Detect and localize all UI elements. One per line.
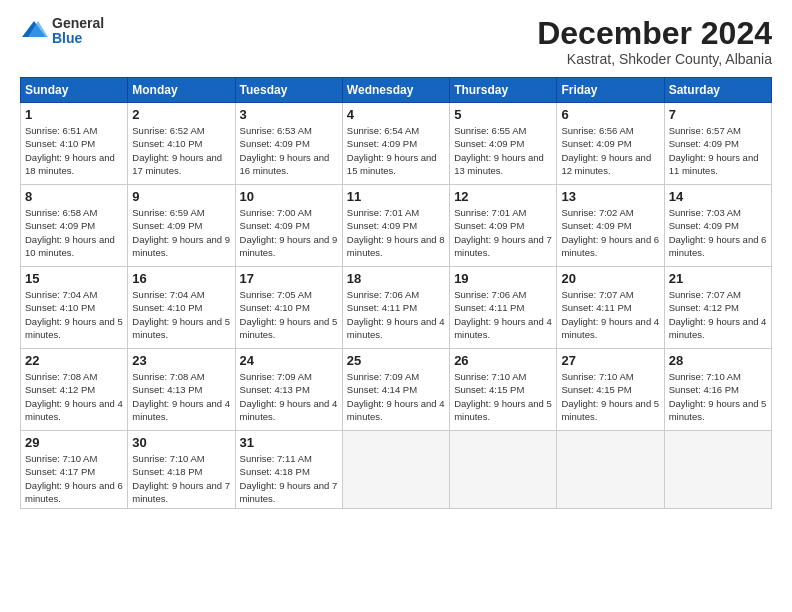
calendar-cell: 9Sunrise: 6:59 AM Sunset: 4:09 PM Daylig…	[128, 185, 235, 267]
day-number: 23	[132, 353, 230, 368]
day-number: 30	[132, 435, 230, 450]
calendar-cell: 5Sunrise: 6:55 AM Sunset: 4:09 PM Daylig…	[450, 103, 557, 185]
calendar-cell: 10Sunrise: 7:00 AM Sunset: 4:09 PM Dayli…	[235, 185, 342, 267]
cell-info: Sunrise: 7:10 AM Sunset: 4:18 PM Dayligh…	[132, 452, 230, 505]
calendar-cell: 22Sunrise: 7:08 AM Sunset: 4:12 PM Dayli…	[21, 349, 128, 431]
calendar-cell: 7Sunrise: 6:57 AM Sunset: 4:09 PM Daylig…	[664, 103, 771, 185]
logo-general: General	[52, 16, 104, 31]
calendar-cell: 2Sunrise: 6:52 AM Sunset: 4:10 PM Daylig…	[128, 103, 235, 185]
header-day: Wednesday	[342, 78, 449, 103]
logo-blue: Blue	[52, 31, 104, 46]
cell-info: Sunrise: 7:01 AM Sunset: 4:09 PM Dayligh…	[454, 206, 552, 259]
calendar-cell: 20Sunrise: 7:07 AM Sunset: 4:11 PM Dayli…	[557, 267, 664, 349]
header-day: Sunday	[21, 78, 128, 103]
day-number: 9	[132, 189, 230, 204]
calendar-cell: 4Sunrise: 6:54 AM Sunset: 4:09 PM Daylig…	[342, 103, 449, 185]
cell-info: Sunrise: 7:10 AM Sunset: 4:17 PM Dayligh…	[25, 452, 123, 505]
day-number: 6	[561, 107, 659, 122]
cell-info: Sunrise: 7:07 AM Sunset: 4:11 PM Dayligh…	[561, 288, 659, 341]
logo-text: General Blue	[52, 16, 104, 47]
cell-info: Sunrise: 6:56 AM Sunset: 4:09 PM Dayligh…	[561, 124, 659, 177]
cell-info: Sunrise: 7:09 AM Sunset: 4:13 PM Dayligh…	[240, 370, 338, 423]
calendar-cell: 16Sunrise: 7:04 AM Sunset: 4:10 PM Dayli…	[128, 267, 235, 349]
subtitle: Kastrat, Shkoder County, Albania	[537, 51, 772, 67]
day-number: 25	[347, 353, 445, 368]
calendar-cell: 12Sunrise: 7:01 AM Sunset: 4:09 PM Dayli…	[450, 185, 557, 267]
calendar-cell: 11Sunrise: 7:01 AM Sunset: 4:09 PM Dayli…	[342, 185, 449, 267]
day-number: 21	[669, 271, 767, 286]
day-number: 2	[132, 107, 230, 122]
header: General Blue December 2024 Kastrat, Shko…	[20, 16, 772, 67]
day-number: 13	[561, 189, 659, 204]
logo: General Blue	[20, 16, 104, 47]
cell-info: Sunrise: 7:01 AM Sunset: 4:09 PM Dayligh…	[347, 206, 445, 259]
cell-info: Sunrise: 7:09 AM Sunset: 4:14 PM Dayligh…	[347, 370, 445, 423]
calendar-week: 29Sunrise: 7:10 AM Sunset: 4:17 PM Dayli…	[21, 431, 772, 509]
day-number: 22	[25, 353, 123, 368]
cell-info: Sunrise: 7:10 AM Sunset: 4:15 PM Dayligh…	[561, 370, 659, 423]
calendar-cell: 28Sunrise: 7:10 AM Sunset: 4:16 PM Dayli…	[664, 349, 771, 431]
calendar-cell: 15Sunrise: 7:04 AM Sunset: 4:10 PM Dayli…	[21, 267, 128, 349]
cell-info: Sunrise: 7:10 AM Sunset: 4:15 PM Dayligh…	[454, 370, 552, 423]
day-number: 18	[347, 271, 445, 286]
calendar-cell	[557, 431, 664, 509]
day-number: 27	[561, 353, 659, 368]
cell-info: Sunrise: 7:07 AM Sunset: 4:12 PM Dayligh…	[669, 288, 767, 341]
cell-info: Sunrise: 6:55 AM Sunset: 4:09 PM Dayligh…	[454, 124, 552, 177]
cell-info: Sunrise: 6:59 AM Sunset: 4:09 PM Dayligh…	[132, 206, 230, 259]
calendar-cell: 26Sunrise: 7:10 AM Sunset: 4:15 PM Dayli…	[450, 349, 557, 431]
header-day: Thursday	[450, 78, 557, 103]
calendar-cell: 21Sunrise: 7:07 AM Sunset: 4:12 PM Dayli…	[664, 267, 771, 349]
calendar-cell: 13Sunrise: 7:02 AM Sunset: 4:09 PM Dayli…	[557, 185, 664, 267]
main-title: December 2024	[537, 16, 772, 51]
calendar-week: 1Sunrise: 6:51 AM Sunset: 4:10 PM Daylig…	[21, 103, 772, 185]
header-day: Saturday	[664, 78, 771, 103]
day-number: 17	[240, 271, 338, 286]
cell-info: Sunrise: 7:04 AM Sunset: 4:10 PM Dayligh…	[25, 288, 123, 341]
calendar-body: 1Sunrise: 6:51 AM Sunset: 4:10 PM Daylig…	[21, 103, 772, 509]
day-number: 1	[25, 107, 123, 122]
cell-info: Sunrise: 7:08 AM Sunset: 4:13 PM Dayligh…	[132, 370, 230, 423]
calendar-cell: 3Sunrise: 6:53 AM Sunset: 4:09 PM Daylig…	[235, 103, 342, 185]
cell-info: Sunrise: 7:08 AM Sunset: 4:12 PM Dayligh…	[25, 370, 123, 423]
title-block: December 2024 Kastrat, Shkoder County, A…	[537, 16, 772, 67]
day-number: 5	[454, 107, 552, 122]
cell-info: Sunrise: 7:04 AM Sunset: 4:10 PM Dayligh…	[132, 288, 230, 341]
calendar-cell: 25Sunrise: 7:09 AM Sunset: 4:14 PM Dayli…	[342, 349, 449, 431]
calendar-cell: 27Sunrise: 7:10 AM Sunset: 4:15 PM Dayli…	[557, 349, 664, 431]
day-number: 29	[25, 435, 123, 450]
cell-info: Sunrise: 6:57 AM Sunset: 4:09 PM Dayligh…	[669, 124, 767, 177]
day-number: 8	[25, 189, 123, 204]
calendar-cell	[664, 431, 771, 509]
day-number: 14	[669, 189, 767, 204]
cell-info: Sunrise: 7:00 AM Sunset: 4:09 PM Dayligh…	[240, 206, 338, 259]
calendar-cell	[450, 431, 557, 509]
page: General Blue December 2024 Kastrat, Shko…	[0, 0, 792, 612]
day-number: 16	[132, 271, 230, 286]
calendar-cell: 31Sunrise: 7:11 AM Sunset: 4:18 PM Dayli…	[235, 431, 342, 509]
logo-icon	[20, 17, 48, 45]
cell-info: Sunrise: 6:53 AM Sunset: 4:09 PM Dayligh…	[240, 124, 338, 177]
day-number: 4	[347, 107, 445, 122]
cell-info: Sunrise: 7:06 AM Sunset: 4:11 PM Dayligh…	[347, 288, 445, 341]
calendar-cell: 23Sunrise: 7:08 AM Sunset: 4:13 PM Dayli…	[128, 349, 235, 431]
calendar-header: SundayMondayTuesdayWednesdayThursdayFrid…	[21, 78, 772, 103]
day-number: 20	[561, 271, 659, 286]
calendar-cell: 18Sunrise: 7:06 AM Sunset: 4:11 PM Dayli…	[342, 267, 449, 349]
day-number: 19	[454, 271, 552, 286]
day-number: 26	[454, 353, 552, 368]
day-number: 3	[240, 107, 338, 122]
day-number: 10	[240, 189, 338, 204]
day-number: 7	[669, 107, 767, 122]
cell-info: Sunrise: 7:10 AM Sunset: 4:16 PM Dayligh…	[669, 370, 767, 423]
calendar-week: 15Sunrise: 7:04 AM Sunset: 4:10 PM Dayli…	[21, 267, 772, 349]
calendar-cell: 24Sunrise: 7:09 AM Sunset: 4:13 PM Dayli…	[235, 349, 342, 431]
calendar-week: 22Sunrise: 7:08 AM Sunset: 4:12 PM Dayli…	[21, 349, 772, 431]
cell-info: Sunrise: 7:03 AM Sunset: 4:09 PM Dayligh…	[669, 206, 767, 259]
calendar: SundayMondayTuesdayWednesdayThursdayFrid…	[20, 77, 772, 509]
header-day: Monday	[128, 78, 235, 103]
calendar-cell: 19Sunrise: 7:06 AM Sunset: 4:11 PM Dayli…	[450, 267, 557, 349]
day-number: 11	[347, 189, 445, 204]
header-row: SundayMondayTuesdayWednesdayThursdayFrid…	[21, 78, 772, 103]
cell-info: Sunrise: 7:06 AM Sunset: 4:11 PM Dayligh…	[454, 288, 552, 341]
